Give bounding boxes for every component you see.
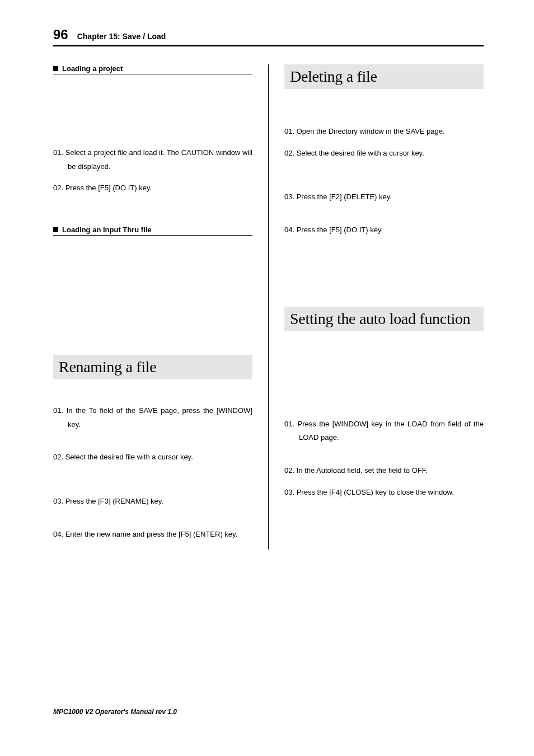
two-column-layout: Loading a project 01. Select a project f… <box>53 64 484 550</box>
step-text: 01. Press the [WINDOW] key in the LOAD f… <box>284 417 484 445</box>
subsection-title: Loading a project <box>62 64 123 73</box>
chapter-title: Chapter 15: Save / Load <box>77 32 166 41</box>
square-bullet-icon <box>53 227 58 232</box>
subsection-title: Loading an Input Thru file <box>62 226 152 234</box>
page-header: 96 Chapter 15: Save / Load <box>53 27 484 46</box>
left-column: Loading a project 01. Select a project f… <box>53 64 252 550</box>
step-text: 02. Press the [F5] (DO IT) key. <box>53 181 252 195</box>
section-heading-renaming: Renaming a file <box>53 355 252 379</box>
subsection-loading-input-thru: Loading an Input Thru file <box>53 226 252 236</box>
page-content: 96 Chapter 15: Save / Load Loading a pro… <box>0 0 534 572</box>
step-text: 01. Select a project file and load it. T… <box>53 146 252 173</box>
step-text: 04. Enter the new name and press the [F5… <box>53 528 252 542</box>
square-bullet-icon <box>53 66 58 71</box>
step-text: 03. Press the [F2] (DELETE) key. <box>284 190 484 204</box>
step-text: 03. Press the [F3] (RENAME) key. <box>53 495 252 509</box>
step-text: 01. In the To field of the SAVE page, pr… <box>53 404 252 431</box>
step-text: 02. Select the desired file with a curso… <box>284 147 484 161</box>
footer-text: MPC1000 V2 Operator's Manual rev 1.0 <box>53 708 177 716</box>
step-text: 04. Press the [F5] (DO IT) key. <box>284 223 484 237</box>
step-text: 02. Select the desired file with a curso… <box>53 450 252 464</box>
step-text: 01. Open the Directory window in the SAV… <box>284 125 484 139</box>
step-text: 02. In the Autoload field, set the field… <box>284 464 484 478</box>
section-heading-deleting: Deleting a file <box>284 64 484 89</box>
step-text: 03. Press the [F4] (CLOSE) key to close … <box>284 486 484 500</box>
column-divider <box>268 64 269 550</box>
section-heading-autoload: Setting the auto load function <box>284 307 484 331</box>
subsection-loading-project: Loading a project <box>53 64 252 74</box>
right-column: Deleting a file 01. Open the Directory w… <box>284 64 484 550</box>
page-number: 96 <box>53 27 68 43</box>
